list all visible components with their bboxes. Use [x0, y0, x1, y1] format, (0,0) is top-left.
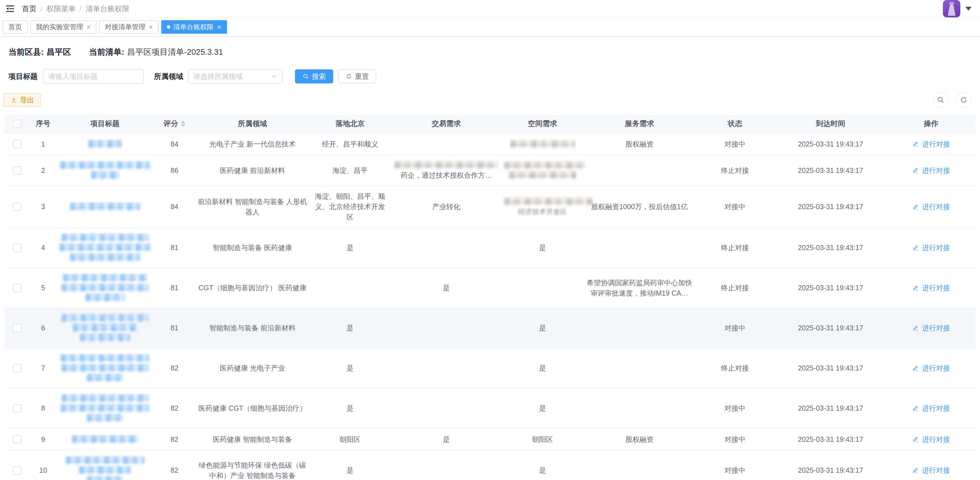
cell-score: 81: [153, 238, 196, 258]
header-状态: 状态: [696, 114, 774, 133]
refresh-icon: [959, 96, 968, 104]
cell-no: 7: [30, 358, 56, 379]
menu-fold-icon[interactable]: [5, 3, 16, 14]
table-refresh-button[interactable]: [956, 92, 972, 108]
reset-button[interactable]: 重置: [338, 69, 376, 83]
close-icon[interactable]: ×: [217, 23, 221, 31]
search-button[interactable]: 搜索: [295, 69, 333, 83]
edit-pen-icon: [912, 325, 920, 332]
tab-对接清单管理[interactable]: 对接清单管理×: [99, 20, 159, 34]
action-dock-link[interactable]: 进行对接: [912, 139, 950, 149]
redacted-text: [91, 171, 119, 179]
action-label: 进行对接: [922, 139, 950, 149]
cell-status: 终止对接: [696, 358, 774, 379]
redacted-text: [60, 162, 150, 169]
row-checkbox[interactable]: [13, 435, 21, 444]
active-tab-dot: [167, 25, 170, 29]
tab-首页[interactable]: 首页: [3, 20, 27, 34]
partially-redacted-text: 经济技术开发区: [518, 207, 567, 217]
redacted-text: [70, 203, 140, 211]
cell-status: 对接中: [696, 196, 774, 217]
table-row: 481智能制造与装备 医药健康是是终止对接2025-03-31 19:43:17…: [5, 228, 975, 268]
action-dock-link[interactable]: 进行对接: [912, 242, 950, 253]
row-checkbox[interactable]: [13, 466, 21, 475]
redacted-text: [62, 314, 149, 322]
breadcrumb-item[interactable]: 权限菜单: [46, 4, 76, 14]
sort-desc-icon: [181, 124, 185, 127]
action-dock-link[interactable]: 进行对接: [912, 323, 950, 333]
cell-domain: 绿色能源与节能环保 绿色低碳（碳中和）产业 智能制造与装备: [196, 455, 309, 480]
cell-landing: 海淀、昌平: [309, 160, 391, 181]
table-search-toggle[interactable]: [933, 92, 948, 108]
redacted-text: [504, 198, 593, 206]
table-row: 882医药健康 CGT（细胞与基因治疗）是是对接中2025-03-31 19:4…: [5, 388, 975, 429]
redacted-text: [70, 254, 140, 261]
project-title-input[interactable]: [43, 69, 144, 84]
header-落地北京: 落地北京: [309, 114, 391, 133]
cell-domain: 光电子产业 新一代信息技术: [196, 134, 309, 154]
action-dock-link[interactable]: 进行对接: [912, 403, 950, 413]
row-checkbox-cell: [5, 319, 30, 337]
cell-title: [56, 228, 153, 268]
row-checkbox[interactable]: [13, 364, 21, 372]
sort-caret-icon[interactable]: [181, 121, 185, 127]
sort-asc-icon: [181, 121, 185, 123]
row-checkbox-cell: [5, 135, 30, 153]
tab-清单台账权限[interactable]: 清单台账权限×: [161, 20, 227, 34]
action-dock-link[interactable]: 进行对接: [912, 283, 950, 293]
header-checkbox-cell: [5, 116, 30, 132]
edit-pen-icon: [912, 203, 920, 211]
row-checkbox[interactable]: [13, 404, 21, 413]
action-dock-link[interactable]: 进行对接: [912, 201, 950, 212]
cell-trade: 是: [391, 277, 502, 298]
header-评分: 评分: [153, 114, 196, 133]
table-row: 581CGT（细胞与基因治疗） 医药健康是希望协调国家药监局药审中心加快审评审批…: [5, 268, 975, 308]
cell-no: 4: [30, 238, 56, 258]
cell-no: 2: [30, 160, 56, 181]
row-checkbox[interactable]: [13, 203, 21, 211]
caret-down-icon[interactable]: [966, 7, 972, 11]
row-checkbox[interactable]: [13, 140, 21, 148]
cell-space: [502, 283, 583, 293]
filter-bar: 项目标题 所属领域 请选择所属领域 搜索 重置: [3, 69, 980, 84]
table-row: 681智能制造与装备 前沿新材料是是对接中2025-03-31 19:43:17…: [5, 308, 975, 349]
row-checkbox-cell: [5, 279, 30, 297]
breadcrumb-item[interactable]: 清单台账权限: [86, 4, 129, 14]
action-dock-link[interactable]: 进行对接: [912, 465, 950, 475]
row-checkbox[interactable]: [13, 284, 21, 292]
cell-text: 是: [539, 465, 546, 475]
header-label: 评分: [164, 119, 178, 129]
cell-service: [583, 323, 696, 333]
edit-pen-icon: [912, 244, 920, 252]
close-icon[interactable]: ×: [86, 23, 91, 31]
row-checkbox[interactable]: [13, 166, 21, 174]
table-row: 184光电子产业 新一代信息技术经开、昌平和顺义股权融资对接中2025-03-3…: [5, 133, 975, 155]
export-button[interactable]: 导出: [3, 93, 41, 107]
cell-text: 朝阳区: [532, 434, 553, 445]
cell-action: 进行对接: [887, 460, 975, 480]
action-label: 进行对接: [922, 434, 950, 445]
action-dock-link[interactable]: 进行对接: [912, 363, 950, 373]
avatar[interactable]: [943, 0, 960, 17]
cell-time: 2025-03-31 19:43:17: [774, 318, 887, 338]
row-checkbox-cell: [5, 430, 30, 448]
close-icon[interactable]: ×: [149, 23, 153, 31]
cell-trade: 是: [391, 429, 502, 450]
select-all-checkbox[interactable]: [13, 120, 21, 128]
row-checkbox-cell: [5, 399, 30, 418]
tab-label: 我的实验室管理: [36, 22, 83, 32]
tab-我的实验室管理[interactable]: 我的实验室管理×: [30, 20, 96, 34]
cell-time: 2025-03-31 19:43:17: [774, 196, 887, 217]
redacted-text: [80, 334, 130, 342]
row-checkbox[interactable]: [13, 244, 21, 252]
breadcrumb-item[interactable]: 首页: [22, 4, 37, 14]
redacted-text: [63, 274, 147, 282]
action-dock-link[interactable]: 进行对接: [912, 434, 950, 445]
domain-select[interactable]: 请选择所属领域: [188, 69, 283, 84]
cell-action: 进行对接: [887, 318, 975, 338]
avatar-figure: [943, 0, 960, 17]
cell-service: [583, 165, 696, 176]
action-dock-link[interactable]: 进行对接: [912, 165, 950, 176]
row-checkbox[interactable]: [13, 324, 21, 332]
table-icon-buttons: [933, 92, 972, 108]
